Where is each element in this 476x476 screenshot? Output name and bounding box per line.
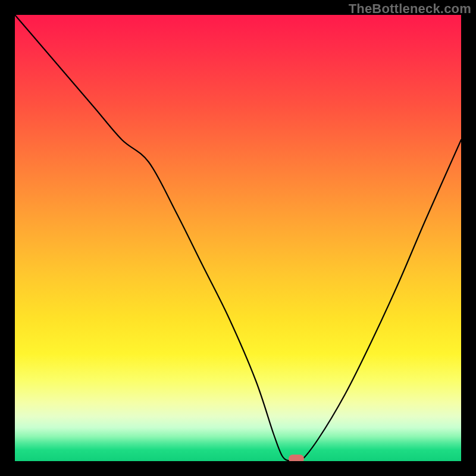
optimal-point-marker <box>289 455 304 461</box>
bottleneck-curve <box>15 15 461 461</box>
plot-area <box>15 15 461 461</box>
watermark-text: TheBottleneck.com <box>349 1 471 17</box>
chart-frame: TheBottleneck.com <box>0 0 476 476</box>
